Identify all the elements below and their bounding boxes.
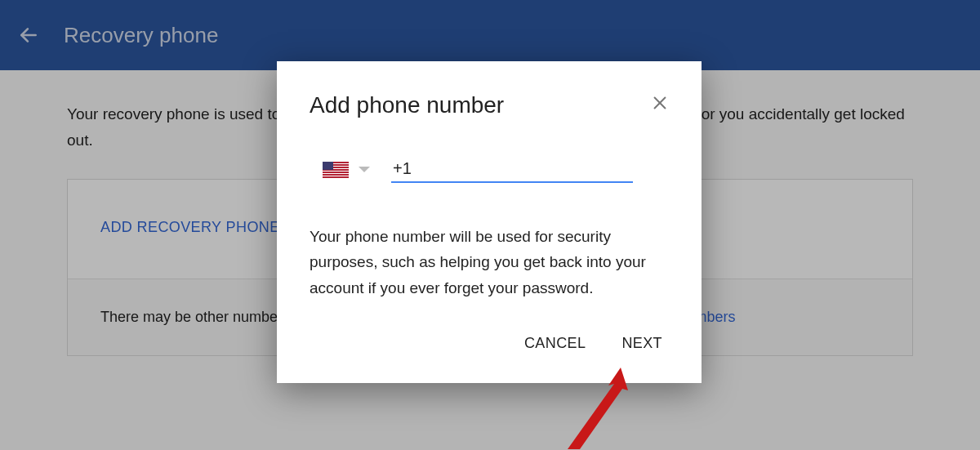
close-icon[interactable] (651, 94, 669, 117)
phone-number-input[interactable] (391, 156, 633, 183)
next-button[interactable]: NEXT (621, 335, 662, 352)
phone-input-row (310, 156, 669, 183)
dialog-title: Add phone number (310, 92, 504, 118)
cancel-button[interactable]: CANCEL (524, 335, 586, 352)
country-flag-icon[interactable] (323, 162, 349, 178)
dialog-description: Your phone number will be used for secur… (310, 224, 669, 301)
chevron-down-icon[interactable] (359, 167, 370, 172)
add-phone-dialog: Add phone number Your phone number will … (277, 61, 702, 383)
